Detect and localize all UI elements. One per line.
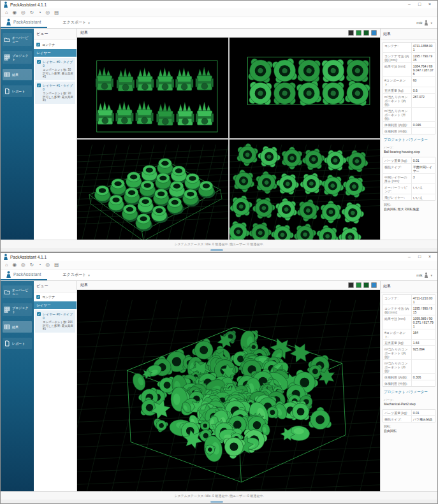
3d-scene-front-view[interactable] <box>77 38 228 138</box>
brand-logo[interactable]: PackAssistant <box>1 270 47 280</box>
result-row: コンテナ: 4711-1358.001 <box>383 43 435 53</box>
sidebar-item-project[interactable]: プロジェクト <box>3 51 32 64</box>
viewport-3d-quad <box>77 38 380 240</box>
sidebar-item-results[interactable]: 結果 <box>3 321 32 333</box>
layer-item[interactable]: ✓ レイヤー #0 - タイプ 0 コンポーネント数: 164 許可した配置: … <box>35 310 75 333</box>
brand-logo[interactable]: PackAssistant <box>1 17 47 28</box>
export-menu-button[interactable]: エクスポート ▾ <box>57 270 94 280</box>
toggle-transparent-view[interactable] <box>371 282 377 288</box>
result-label: 体積利用 (内側): <box>383 374 411 380</box>
horizontal-scrollbar[interactable] <box>1 500 437 503</box>
sidebar-item-label: オーバービュー <box>12 36 31 43</box>
refresh-icon[interactable]: ↻ <box>30 261 34 269</box>
toggle-wireframe-view[interactable] <box>348 282 354 288</box>
window-title: PackAssistant 4.1.1 <box>10 3 47 7</box>
refresh-icon[interactable]: ↻ <box>30 8 34 17</box>
layers-header: レイヤー <box>34 301 77 309</box>
checkbox-checked-icon[interactable]: ✓ <box>37 83 41 87</box>
pause-icon[interactable]: ◎ <box>21 261 26 269</box>
results-table: コンテナ: 4711-1210.001 コンテナ寸法 (内側) [mm]: 11… <box>383 294 435 387</box>
container-visibility-row[interactable]: ✓ コンテナ <box>34 40 77 49</box>
stop-icon[interactable]: ◔ <box>38 8 41 17</box>
result-value <box>411 108 435 121</box>
layer-components: コンポーネント数: 30 <box>43 68 73 71</box>
pause-icon[interactable]: ◎ <box>21 8 26 17</box>
3d-scene-plan-view[interactable] <box>230 140 381 240</box>
scrollbar-thumb[interactable] <box>210 501 223 503</box>
part-section-header: パーツ: <box>381 144 437 149</box>
3d-scene-perspective-view[interactable] <box>77 140 228 240</box>
snapshot-icon[interactable]: ◎ <box>45 261 50 269</box>
maximize-button[interactable]: □ <box>414 253 425 261</box>
sidebar-item-label: プロジェクト <box>12 54 31 61</box>
project-parameters-link[interactable]: プロジェクト パラメーター <box>381 134 437 144</box>
result-row: 充填重量 [kg]: 0.6 <box>383 87 435 94</box>
toolbar: ⌂◉◎↻◔◎▤ <box>1 8 437 17</box>
tab-row: PackAssistant エクスポート ▾ mik ▾ <box>1 270 437 281</box>
toggle-shaded-view[interactable] <box>363 30 369 36</box>
part-label: パーツ重量 [kg]: <box>383 157 411 163</box>
result-value: 1084.764 / 699.047 / 287.076 <box>411 63 435 76</box>
result-row: コンテナ寸法 (内側) [mm]: 1195 / 990 / 915 <box>383 305 435 315</box>
layer-item[interactable]: ✓ レイヤー #1 - タイプ 0 コンポーネント数: 30 許可した配置: 最… <box>35 82 75 104</box>
3d-scene-top-view[interactable] <box>230 38 381 138</box>
toggle-transparent-view[interactable] <box>371 30 377 36</box>
horizontal-scrollbar[interactable] <box>1 248 437 252</box>
user-menu-button[interactable]: mik ▾ <box>416 270 432 280</box>
result-value: 287.072 <box>411 94 435 107</box>
checkbox-checked-icon[interactable]: ✓ <box>36 43 40 47</box>
close-button[interactable]: × <box>425 253 435 261</box>
checkbox-checked-icon[interactable]: ✓ <box>37 60 41 64</box>
toggle-shaded-view[interactable] <box>363 282 369 288</box>
status-bar: システムステータス: Idle. 0 最適化中. 他ユーザー: 0 最適化中. <box>1 491 437 500</box>
close-button[interactable]: × <box>425 1 435 8</box>
report-icon[interactable]: ▤ <box>54 8 59 17</box>
3d-scene-bulk-heap[interactable] <box>77 290 380 491</box>
layer-item[interactable]: ✓ レイヤー #0 - タイプ 0 コンポーネント数: 30 許可した配置: 最… <box>35 58 75 80</box>
home-icon[interactable]: ⌂ <box>5 261 8 269</box>
sidebar-item-report[interactable]: レポート <box>3 338 32 349</box>
sidebar-item-project[interactable]: プロジェクト <box>3 303 32 316</box>
minimize-button[interactable]: – <box>404 253 414 261</box>
sidebar-item-overview[interactable]: オーバービュー <box>3 33 32 46</box>
toggle-wireframe-view[interactable] <box>348 30 354 36</box>
results-table-icon <box>4 324 10 330</box>
toggle-solid-view[interactable] <box>356 30 361 36</box>
person-icon <box>6 271 11 278</box>
titlebar: PackAssistant 4.1.1 – □ × <box>1 253 437 261</box>
export-menu-button[interactable]: エクスポート ▾ <box>57 17 94 28</box>
result-value: 1195 / 790 / 915 <box>411 53 435 62</box>
toggle-solid-view[interactable] <box>356 282 361 288</box>
viewport-header: 結果 <box>77 29 380 38</box>
home-icon[interactable]: ⌂ <box>5 8 8 17</box>
sidebar-item-label: プロジェクト <box>12 306 31 313</box>
rotation-label: 回転: <box>381 201 437 206</box>
report-icon[interactable]: ▤ <box>54 261 59 269</box>
sidebar-item-report[interactable]: レポート <box>3 85 32 97</box>
minimize-button[interactable]: – <box>404 1 414 8</box>
project-parameters-link[interactable]: プロジェクト パラメーター <box>381 387 437 396</box>
result-value <box>411 128 435 134</box>
grid-icon <box>4 306 10 313</box>
scrollbar-thumb[interactable] <box>210 249 223 251</box>
result-label: 充填重量 [kg]: <box>383 87 411 93</box>
checkbox-checked-icon[interactable]: ✓ <box>37 312 41 316</box>
rotation-label: 回転: <box>381 422 437 428</box>
checkbox-checked-icon[interactable]: ✓ <box>36 295 40 299</box>
status-bar: システムステータス: Idle. 0 最適化中. 他ユーザー: 0 最適化中. <box>1 240 437 248</box>
maximize-button[interactable]: □ <box>414 1 425 8</box>
folder-icon <box>4 36 10 43</box>
sidebar-item-results[interactable]: 結果 <box>3 69 32 80</box>
export-label: エクスポート <box>62 20 86 25</box>
user-menu-button[interactable]: mik ▾ <box>416 17 432 28</box>
result-value: 4711-1358.001 <box>411 43 435 52</box>
start-optimization-icon[interactable]: ◉ <box>13 261 17 269</box>
stop-icon[interactable]: ◔ <box>38 261 41 269</box>
result-label: m³当たりのコンポーネント (内側): <box>383 94 411 107</box>
sidebar-item-overview[interactable]: オーバービュー <box>3 285 32 298</box>
snapshot-icon[interactable]: ◎ <box>45 8 50 17</box>
start-optimization-icon[interactable]: ◉ <box>13 8 17 17</box>
result-value: 0.046 <box>411 122 435 127</box>
container-visibility-row[interactable]: ✓ コンテナ <box>34 292 77 301</box>
document-icon <box>4 88 10 94</box>
